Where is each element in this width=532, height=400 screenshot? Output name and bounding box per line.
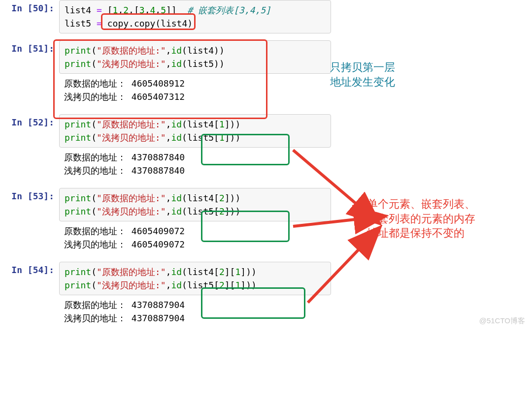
output-52-text: 原数据的地址： 4370887840 浅拷贝的地址： 4370887840 bbox=[59, 149, 330, 181]
cell-53: In [53]: print("原数据的地址:",id(list4[2])) p… bbox=[0, 188, 532, 221]
prompt-53: In [53]: bbox=[0, 188, 59, 201]
output-51: 原数据的地址： 4605408912 浅拷贝的地址： 4605407312 bbox=[0, 75, 532, 107]
prompt-51: In [51]: bbox=[0, 40, 59, 54]
cell-50: In [50]: list4 = [1,2,[3,4,5]] # 嵌套列表[3,… bbox=[0, 0, 532, 33]
code-52[interactable]: print("原数据的地址:",id(list4[1])) print("浅拷贝… bbox=[59, 114, 331, 148]
watermark: @51CTO博客 bbox=[479, 316, 525, 326]
prompt-50: In [50]: bbox=[0, 0, 59, 13]
output-51-text: 原数据的地址： 4605408912 浅拷贝的地址： 4605407312 bbox=[59, 75, 330, 107]
cell-52: In [52]: print("原数据的地址:",id(list4[1])) p… bbox=[0, 114, 532, 148]
cell-54: In [54]: print("原数据的地址:",id(list4[2][1])… bbox=[0, 262, 532, 295]
output-53-text: 原数据的地址： 4605409072 浅拷贝的地址： 4605409072 bbox=[59, 222, 330, 255]
output-54-text: 原数据的地址： 4370887904 浅拷贝的地址： 4370887904 bbox=[59, 296, 330, 329]
output-52: 原数据的地址： 4370887840 浅拷贝的地址： 4370887840 bbox=[0, 149, 532, 181]
code-54[interactable]: print("原数据的地址:",id(list4[2][1])) print("… bbox=[59, 262, 331, 295]
output-54: 原数据的地址： 4370887904 浅拷贝的地址： 4370887904 bbox=[0, 296, 532, 329]
code-53[interactable]: print("原数据的地址:",id(list4[2])) print("浅拷贝… bbox=[59, 188, 331, 221]
prompt-52: In [52]: bbox=[0, 114, 59, 127]
code-51[interactable]: print("原数据的地址:",id(list4)) print("浅拷贝的地址… bbox=[59, 40, 331, 74]
output-53: 原数据的地址： 4605409072 浅拷贝的地址： 4605409072 bbox=[0, 222, 532, 255]
cell-51: In [51]: print("原数据的地址:",id(list4)) prin… bbox=[0, 40, 532, 74]
prompt-54: In [54]: bbox=[0, 262, 59, 275]
code-50[interactable]: list4 = [1,2,[3,4,5]] # 嵌套列表[3,4,5] list… bbox=[59, 0, 331, 33]
